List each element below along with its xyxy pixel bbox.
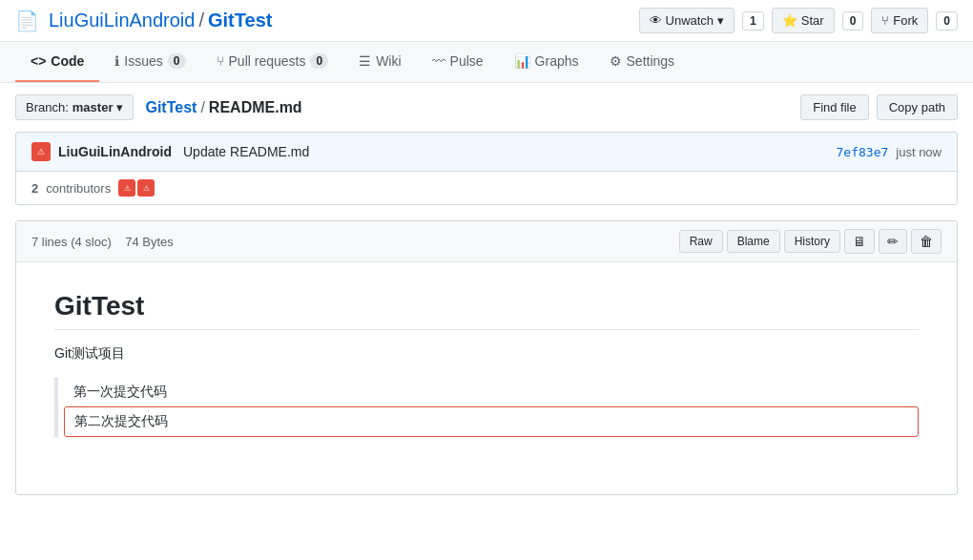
file-actions: Raw Blame History 🖥 ✏ 🗑 (679, 229, 942, 254)
star-icon: ⭐ (782, 13, 797, 28)
tab-graphs[interactable]: 📊 Graphs (499, 42, 594, 82)
list-item: 第一次提交代码 (73, 378, 919, 406)
commit-left: ⚠ LiuGuiLinAndroid Update README.md (31, 142, 309, 161)
file-size: 74 Bytes (125, 235, 174, 249)
commit-author[interactable]: LiuGuiLinAndroid (58, 144, 172, 159)
branch-label: Branch: (26, 100, 69, 114)
breadcrumb-actions: Find file Copy path (800, 94, 958, 120)
commit-time: just now (896, 145, 942, 159)
branch-selector[interactable]: Branch: master ▾ (15, 94, 134, 120)
tab-pr-label: Pull requests (229, 53, 306, 69)
title-separator: / (198, 10, 204, 31)
copy-path-button[interactable]: Copy path (877, 94, 958, 120)
contributor-count: 2 (31, 181, 38, 196)
contributor-avatar-2[interactable]: ⚠ (137, 179, 155, 197)
tab-code-label: Code (51, 53, 84, 69)
unwatch-label: Unwatch (666, 13, 714, 28)
readme-list: 第一次提交代码 第二次提交代码 (54, 378, 919, 437)
file-area: 7 lines (4 sloc) 74 Bytes Raw Blame Hist… (15, 220, 958, 495)
edit-icon-button[interactable]: ✏ (879, 229, 907, 254)
contributor-avatars: ⚠ ⚠ (118, 179, 155, 197)
tab-wiki[interactable]: ☰ Wiki (343, 42, 416, 82)
page-header: 📄 LiuGuiLinAndroid / GitTest 👁 Unwatch ▾… (0, 0, 973, 42)
breadcrumb-file: README.md (209, 99, 302, 116)
tab-issues[interactable]: ℹ Issues 0 (99, 42, 200, 82)
unwatch-count: 1 (742, 11, 764, 31)
star-button[interactable]: ⭐ Star (772, 8, 835, 33)
tab-code[interactable]: <> Code (15, 42, 99, 82)
chevron-down-icon: ▾ (717, 13, 724, 28)
code-icon: <> (31, 53, 46, 69)
commit-bar: ⚠ LiuGuiLinAndroid Update README.md 7ef8… (15, 132, 958, 205)
eye-icon: 👁 (650, 13, 662, 28)
repo-title: 📄 LiuGuiLinAndroid / GitTest (15, 10, 272, 32)
graphs-icon: 📊 (514, 53, 530, 69)
commit-info: ⚠ LiuGuiLinAndroid Update README.md 7ef8… (16, 133, 957, 171)
breadcrumb-sep: / (200, 99, 204, 116)
commit-message: Update README.md (183, 144, 309, 159)
issues-icon: ℹ (114, 53, 119, 69)
contributors-label: contributors (46, 181, 111, 196)
breadcrumb-bar: Branch: master ▾ GitTest / README.md Fin… (0, 83, 973, 132)
display-icon-button[interactable]: 🖥 (844, 229, 875, 254)
contributors-bar: 2 contributors ⚠ ⚠ (16, 171, 957, 204)
file-meta: 7 lines (4 sloc) 74 Bytes (31, 235, 174, 249)
author-avatar: ⚠ (31, 142, 51, 161)
nav-tabs: <> Code ℹ Issues 0 ⑂ Pull requests 0 ☰ W… (0, 42, 973, 83)
issues-badge: 0 (168, 53, 186, 69)
pulse-icon: 〰 (432, 53, 445, 69)
readme-subtitle: Git测试项目 (54, 345, 919, 363)
fork-label: Fork (893, 13, 918, 28)
find-file-button[interactable]: Find file (800, 94, 869, 120)
readme-title: GitTest (54, 291, 919, 330)
file-toolbar: 7 lines (4 sloc) 74 Bytes Raw Blame Hist… (16, 221, 957, 262)
pr-icon: ⑂ (217, 53, 224, 69)
breadcrumb: GitTest / README.md (145, 99, 301, 116)
commit-sha[interactable]: 7ef83e7 (837, 145, 889, 159)
branch-name: master (72, 100, 114, 114)
pr-badge: 0 (310, 53, 328, 69)
settings-icon: ⚙ (610, 53, 622, 69)
fork-icon: ⑂ (881, 13, 889, 28)
contributor-avatar-1[interactable]: ⚠ (118, 179, 135, 197)
tab-pull-requests[interactable]: ⑂ Pull requests 0 (201, 42, 344, 82)
tab-pulse-label: Pulse (450, 53, 484, 69)
fork-button[interactable]: ⑂ Fork (871, 8, 928, 33)
wiki-icon: ☰ (359, 53, 371, 69)
raw-button[interactable]: Raw (679, 230, 723, 253)
breadcrumb-repo[interactable]: GitTest (145, 99, 197, 116)
tab-settings-label: Settings (627, 53, 675, 69)
history-button[interactable]: History (784, 230, 840, 253)
star-count: 0 (842, 11, 864, 31)
header-actions: 👁 Unwatch ▾ 1 ⭐ Star 0 ⑂ Fork 0 (639, 8, 958, 33)
repo-icon: 📄 (15, 10, 39, 32)
repo-owner[interactable]: LiuGuiLinAndroid (49, 10, 195, 31)
file-content: GitTest Git测试项目 第一次提交代码 第二次提交代码 (16, 262, 957, 494)
commit-right: 7ef83e7 just now (837, 145, 942, 159)
repo-name[interactable]: GitTest (208, 10, 272, 31)
blame-button[interactable]: Blame (727, 230, 780, 253)
unwatch-button[interactable]: 👁 Unwatch ▾ (639, 8, 735, 33)
tab-issues-label: Issues (124, 53, 162, 69)
tab-wiki-label: Wiki (376, 53, 401, 69)
chevron-down-icon: ▾ (116, 100, 123, 114)
lines-info: 7 lines (4 sloc) (31, 235, 112, 249)
star-label: Star (801, 13, 824, 28)
fork-count: 0 (936, 11, 958, 31)
tab-pulse[interactable]: 〰 Pulse (417, 42, 499, 82)
delete-icon-button[interactable]: 🗑 (911, 229, 942, 254)
tab-graphs-label: Graphs (535, 53, 579, 69)
tab-settings[interactable]: ⚙ Settings (594, 42, 691, 82)
list-item: 第二次提交代码 (64, 406, 919, 437)
